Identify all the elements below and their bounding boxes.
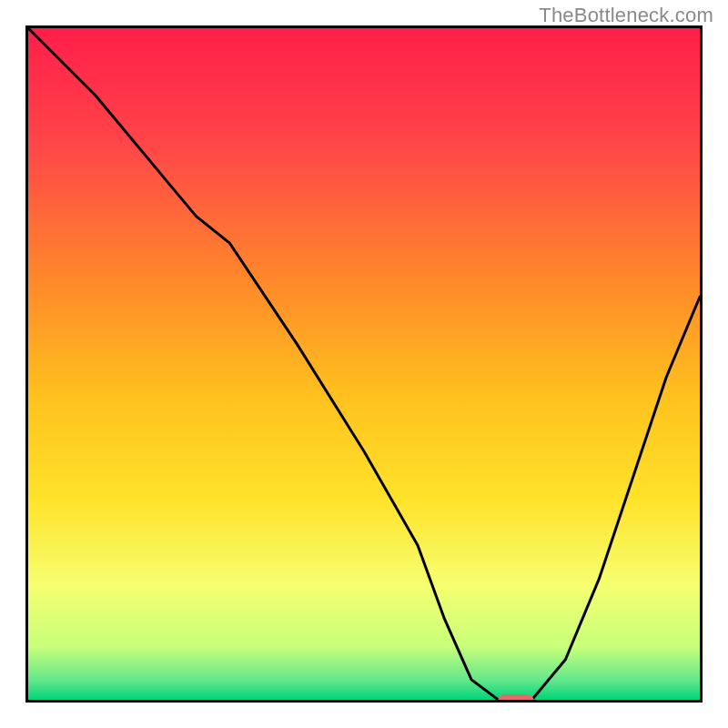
optimal-point-marker — [498, 694, 534, 703]
plot-area — [25, 25, 703, 703]
bottleneck-curve — [28, 28, 700, 700]
chart-container: TheBottleneck.com — [0, 0, 728, 728]
watermark-label: TheBottleneck.com — [539, 4, 713, 27]
